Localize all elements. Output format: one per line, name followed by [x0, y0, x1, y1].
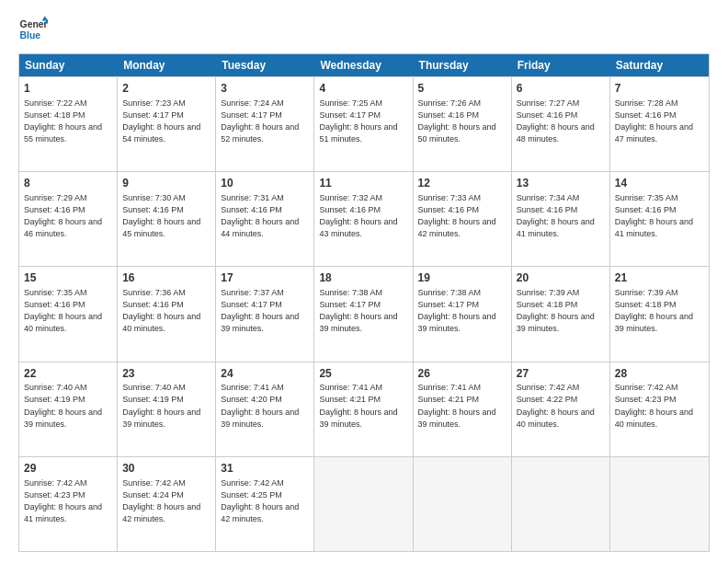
header-day-tuesday: Tuesday — [216, 54, 314, 76]
day-info: Sunrise: 7:27 AMSunset: 4:16 PMDaylight:… — [517, 98, 605, 145]
day-number: 3 — [221, 81, 309, 97]
day-info: Sunrise: 7:26 AMSunset: 4:16 PMDaylight:… — [418, 98, 506, 145]
day-info: Sunrise: 7:38 AMSunset: 4:17 PMDaylight:… — [319, 287, 407, 335]
day-info: Sunrise: 7:41 AMSunset: 4:21 PMDaylight:… — [319, 382, 407, 430]
svg-text:Blue: Blue — [20, 30, 41, 40]
calendar-cell: 10Sunrise: 7:31 AMSunset: 4:16 PMDayligh… — [216, 172, 314, 266]
day-number: 22 — [24, 366, 112, 382]
calendar-cell — [610, 457, 709, 551]
calendar-cell: 15Sunrise: 7:35 AMSunset: 4:16 PMDayligh… — [19, 267, 118, 361]
calendar-cell: 23Sunrise: 7:40 AMSunset: 4:19 PMDayligh… — [118, 362, 216, 456]
day-info: Sunrise: 7:40 AMSunset: 4:19 PMDaylight:… — [122, 382, 210, 430]
calendar: SundayMondayTuesdayWednesdayThursdayFrid… — [18, 53, 710, 552]
day-number: 23 — [122, 366, 210, 382]
day-number: 27 — [517, 366, 605, 382]
day-number: 19 — [418, 270, 506, 286]
day-info: Sunrise: 7:42 AMSunset: 4:23 PMDaylight:… — [24, 477, 112, 525]
calendar-cell: 16Sunrise: 7:36 AMSunset: 4:16 PMDayligh… — [118, 267, 216, 361]
day-number: 24 — [221, 366, 309, 382]
day-number: 5 — [418, 81, 506, 97]
day-info: Sunrise: 7:35 AMSunset: 4:16 PMDaylight:… — [615, 192, 704, 240]
day-info: Sunrise: 7:25 AMSunset: 4:17 PMDaylight:… — [319, 98, 407, 145]
calendar-cell: 4Sunrise: 7:25 AMSunset: 4:17 PMDaylight… — [314, 77, 413, 171]
header-day-wednesday: Wednesday — [314, 54, 413, 76]
day-number: 16 — [122, 270, 210, 286]
calendar-week-1: 1Sunrise: 7:22 AMSunset: 4:18 PMDaylight… — [19, 76, 709, 171]
day-info: Sunrise: 7:39 AMSunset: 4:18 PMDaylight:… — [517, 287, 605, 335]
calendar-cell: 21Sunrise: 7:39 AMSunset: 4:18 PMDayligh… — [610, 267, 709, 361]
calendar-cell: 26Sunrise: 7:41 AMSunset: 4:21 PMDayligh… — [414, 362, 512, 456]
calendar-cell: 14Sunrise: 7:35 AMSunset: 4:16 PMDayligh… — [610, 172, 709, 266]
calendar-cell: 20Sunrise: 7:39 AMSunset: 4:18 PMDayligh… — [512, 267, 610, 361]
calendar-week-3: 15Sunrise: 7:35 AMSunset: 4:16 PMDayligh… — [19, 266, 709, 361]
calendar-cell: 28Sunrise: 7:42 AMSunset: 4:23 PMDayligh… — [610, 362, 709, 456]
calendar-cell — [512, 457, 610, 551]
day-number: 31 — [221, 461, 309, 477]
calendar-cell — [414, 457, 512, 551]
day-number: 9 — [122, 176, 210, 191]
day-number: 20 — [517, 270, 605, 286]
calendar-cell: 9Sunrise: 7:30 AMSunset: 4:16 PMDaylight… — [118, 172, 216, 266]
calendar-cell — [314, 457, 413, 551]
calendar-cell: 29Sunrise: 7:42 AMSunset: 4:23 PMDayligh… — [19, 457, 118, 551]
day-info: Sunrise: 7:38 AMSunset: 4:17 PMDaylight:… — [418, 287, 506, 335]
day-info: Sunrise: 7:30 AMSunset: 4:16 PMDaylight:… — [122, 192, 210, 240]
day-info: Sunrise: 7:42 AMSunset: 4:25 PMDaylight:… — [221, 477, 309, 525]
calendar-cell: 27Sunrise: 7:42 AMSunset: 4:22 PMDayligh… — [512, 362, 610, 456]
header: General Blue — [18, 15, 710, 44]
page: General Blue SundayMondayTuesdayWednesda… — [0, 0, 728, 563]
header-day-monday: Monday — [118, 54, 216, 76]
day-number: 8 — [24, 176, 112, 191]
day-number: 12 — [418, 176, 506, 191]
day-info: Sunrise: 7:42 AMSunset: 4:22 PMDaylight:… — [517, 382, 605, 430]
calendar-cell: 5Sunrise: 7:26 AMSunset: 4:16 PMDaylight… — [414, 77, 512, 171]
day-number: 2 — [122, 81, 210, 97]
day-info: Sunrise: 7:42 AMSunset: 4:24 PMDaylight:… — [122, 477, 210, 525]
day-info: Sunrise: 7:35 AMSunset: 4:16 PMDaylight:… — [24, 287, 112, 335]
calendar-cell: 1Sunrise: 7:22 AMSunset: 4:18 PMDaylight… — [19, 77, 118, 171]
calendar-cell: 7Sunrise: 7:28 AMSunset: 4:16 PMDaylight… — [610, 77, 709, 171]
day-info: Sunrise: 7:42 AMSunset: 4:23 PMDaylight:… — [615, 382, 704, 430]
calendar-cell: 31Sunrise: 7:42 AMSunset: 4:25 PMDayligh… — [216, 457, 314, 551]
day-number: 21 — [615, 270, 704, 286]
calendar-cell: 13Sunrise: 7:34 AMSunset: 4:16 PMDayligh… — [512, 172, 610, 266]
day-number: 1 — [24, 81, 112, 97]
day-number: 6 — [517, 81, 605, 97]
calendar-cell: 12Sunrise: 7:33 AMSunset: 4:16 PMDayligh… — [414, 172, 512, 266]
calendar-cell: 30Sunrise: 7:42 AMSunset: 4:24 PMDayligh… — [118, 457, 216, 551]
header-day-thursday: Thursday — [414, 54, 512, 76]
calendar-body: 1Sunrise: 7:22 AMSunset: 4:18 PMDaylight… — [19, 76, 709, 551]
day-info: Sunrise: 7:29 AMSunset: 4:16 PMDaylight:… — [24, 192, 112, 240]
calendar-cell: 25Sunrise: 7:41 AMSunset: 4:21 PMDayligh… — [314, 362, 413, 456]
svg-marker-2 — [42, 17, 48, 21]
logo-icon: General Blue — [18, 15, 48, 44]
day-number: 13 — [517, 176, 605, 191]
header-day-sunday: Sunday — [19, 54, 118, 76]
day-number: 10 — [221, 176, 309, 191]
day-number: 4 — [319, 81, 407, 97]
calendar-cell: 8Sunrise: 7:29 AMSunset: 4:16 PMDaylight… — [19, 172, 118, 266]
calendar-week-2: 8Sunrise: 7:29 AMSunset: 4:16 PMDaylight… — [19, 171, 709, 266]
calendar-cell: 19Sunrise: 7:38 AMSunset: 4:17 PMDayligh… — [414, 267, 512, 361]
day-info: Sunrise: 7:22 AMSunset: 4:18 PMDaylight:… — [24, 98, 112, 145]
day-number: 28 — [615, 366, 704, 382]
day-info: Sunrise: 7:39 AMSunset: 4:18 PMDaylight:… — [615, 287, 704, 335]
day-info: Sunrise: 7:40 AMSunset: 4:19 PMDaylight:… — [24, 382, 112, 430]
calendar-cell: 11Sunrise: 7:32 AMSunset: 4:16 PMDayligh… — [314, 172, 413, 266]
calendar-cell: 2Sunrise: 7:23 AMSunset: 4:17 PMDaylight… — [118, 77, 216, 171]
day-info: Sunrise: 7:37 AMSunset: 4:17 PMDaylight:… — [221, 287, 309, 335]
day-number: 26 — [418, 366, 506, 382]
day-info: Sunrise: 7:41 AMSunset: 4:21 PMDaylight:… — [418, 382, 506, 430]
calendar-cell: 17Sunrise: 7:37 AMSunset: 4:17 PMDayligh… — [216, 267, 314, 361]
calendar-cell: 18Sunrise: 7:38 AMSunset: 4:17 PMDayligh… — [314, 267, 413, 361]
day-info: Sunrise: 7:34 AMSunset: 4:16 PMDaylight:… — [517, 192, 605, 240]
calendar-header: SundayMondayTuesdayWednesdayThursdayFrid… — [19, 54, 709, 76]
day-number: 15 — [24, 270, 112, 286]
day-number: 18 — [319, 270, 407, 286]
day-number: 25 — [319, 366, 407, 382]
logo: General Blue — [18, 15, 48, 44]
calendar-cell: 24Sunrise: 7:41 AMSunset: 4:20 PMDayligh… — [216, 362, 314, 456]
calendar-cell: 6Sunrise: 7:27 AMSunset: 4:16 PMDaylight… — [512, 77, 610, 171]
day-info: Sunrise: 7:23 AMSunset: 4:17 PMDaylight:… — [122, 98, 210, 145]
header-day-friday: Friday — [512, 54, 610, 76]
